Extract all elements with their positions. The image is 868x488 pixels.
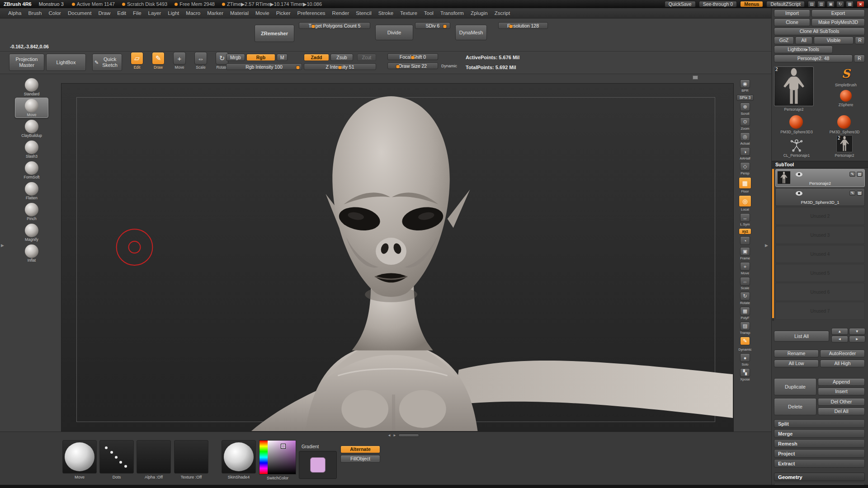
persp-button[interactable]: ◇ Persp bbox=[740, 162, 750, 175]
menu-file[interactable]: File bbox=[133, 10, 142, 16]
transparency-button[interactable]: ▨ Transp bbox=[740, 322, 750, 335]
menu-macro[interactable]: Macro bbox=[186, 10, 200, 16]
panel-divider-arrow[interactable]: ▶ bbox=[1, 243, 4, 248]
refresh-icon[interactable]: ↻ bbox=[836, 1, 844, 7]
projection-master-button[interactable]: Projection Master bbox=[9, 54, 44, 71]
subtool-up-button[interactable]: ▲ bbox=[831, 328, 848, 335]
scroll-left-icon[interactable]: ◄ bbox=[387, 433, 391, 437]
lightbox-tools-button[interactable]: Lightbox▸Tools bbox=[774, 46, 833, 53]
section-geometry[interactable]: Geometry bbox=[774, 473, 865, 481]
goz-button[interactable]: GoZ bbox=[774, 37, 794, 44]
duplicate-button[interactable]: Duplicate bbox=[774, 378, 816, 395]
del-other-button[interactable]: Del Other bbox=[818, 398, 865, 406]
aahalf-button[interactable]: ◑ AAHalf bbox=[740, 147, 750, 160]
delete-button[interactable]: Delete bbox=[774, 398, 816, 415]
recent-tool-sphere-icon[interactable] bbox=[837, 115, 851, 129]
canvas-scrollbar-nub[interactable] bbox=[693, 75, 698, 80]
make-polymesh3d-button[interactable]: Make PolyMesh3D bbox=[811, 19, 865, 26]
subtool-slot-unused-7[interactable]: Unused 7 bbox=[775, 302, 865, 320]
menu-stencil[interactable]: Stencil bbox=[356, 10, 372, 16]
menu-layer[interactable]: Layer bbox=[148, 10, 161, 16]
lsym-button[interactable]: ↔ L.Sym bbox=[740, 213, 750, 226]
menu-movie[interactable]: Movie bbox=[255, 10, 269, 16]
clone-all-subtools-button[interactable]: Clone All SubTools bbox=[774, 28, 865, 35]
scale3d-button[interactable]: ⇔ Scale bbox=[740, 277, 750, 290]
color-selector[interactable] bbox=[281, 444, 285, 448]
goz-all-button[interactable]: All bbox=[795, 37, 812, 44]
paintbrush-icon[interactable]: ✎ bbox=[849, 191, 855, 196]
saturation-value-area[interactable] bbox=[268, 441, 296, 474]
active-tool-thumbnail[interactable]: 2 bbox=[774, 66, 814, 106]
polypaint-brush-button[interactable]: ✎ bbox=[740, 337, 750, 346]
visibility-eye-icon[interactable] bbox=[796, 172, 802, 177]
menu-alpha[interactable]: Alpha bbox=[8, 10, 21, 16]
subtool-slot-unused-3[interactable]: Unused 3 bbox=[775, 226, 865, 244]
rotation-axis-icon[interactable]: ◔ bbox=[740, 236, 750, 245]
import-button[interactable]: Import bbox=[774, 9, 810, 17]
recent-tool-sphere-icon[interactable] bbox=[789, 115, 803, 129]
r-button[interactable]: R bbox=[855, 37, 865, 44]
secondary-color-panel[interactable] bbox=[299, 451, 337, 479]
slider-knob[interactable] bbox=[396, 65, 400, 68]
current-brush-thumb[interactable]: Move bbox=[62, 440, 97, 479]
zoom-button[interactable]: ⊙ Zoom bbox=[740, 117, 750, 131]
restore-button[interactable]: R bbox=[854, 55, 865, 62]
rgb-intensity-slider[interactable]: Rgb Intensity 100 bbox=[226, 63, 302, 70]
subtool-section-header[interactable]: SubTool bbox=[772, 161, 868, 168]
draw-size-slider[interactable]: Draw Size 22 bbox=[387, 62, 438, 69]
menu-brush[interactable]: Brush bbox=[28, 10, 42, 16]
dynamesh-button[interactable]: DynaMesh bbox=[455, 25, 487, 40]
zsub-button[interactable]: Zsub bbox=[330, 54, 353, 61]
section-project[interactable]: Project bbox=[774, 449, 865, 458]
menu-document[interactable]: Document bbox=[68, 10, 91, 16]
fill-icon[interactable]: ▧ bbox=[857, 191, 863, 196]
subtool-prev-button[interactable]: ◄ bbox=[831, 336, 848, 343]
subtool-next-button[interactable]: ► bbox=[849, 336, 866, 343]
lightbox-button[interactable]: LightBox bbox=[46, 54, 86, 71]
solo-button[interactable]: ● Solo bbox=[740, 353, 750, 366]
menu-zplugin[interactable]: Zplugin bbox=[471, 10, 488, 16]
canvas-scrollbar[interactable]: ◄ ► bbox=[387, 433, 419, 437]
menu-picker[interactable]: Picker bbox=[276, 10, 291, 16]
dynamic-mode-toggle[interactable]: Dynamic bbox=[441, 64, 457, 68]
switch-color-label[interactable]: SwitchColor bbox=[259, 476, 296, 480]
brush-item-move[interactable]: Move bbox=[15, 98, 48, 118]
subtool-slot-unused-5[interactable]: Unused 5 bbox=[775, 264, 865, 282]
goz-visible-button[interactable]: Visible bbox=[814, 37, 854, 44]
floor-button[interactable]: ▦ Floor bbox=[739, 177, 751, 193]
slider-knob[interactable] bbox=[443, 25, 446, 28]
resolution-slider[interactable]: Resolution 128 bbox=[498, 22, 548, 29]
active-tool-button[interactable]: Personaje2. 48 bbox=[774, 55, 853, 62]
section-merge[interactable]: Merge bbox=[774, 429, 865, 438]
export-button[interactable]: Export bbox=[811, 9, 865, 17]
zadd-button[interactable]: Zadd bbox=[304, 54, 329, 61]
subtool-slot-unused-6[interactable]: Unused 6 bbox=[775, 283, 865, 301]
m-button[interactable]: M bbox=[277, 54, 288, 61]
sculpt-model-alien[interactable] bbox=[61, 84, 733, 431]
zsphere-rig-icon[interactable] bbox=[788, 135, 805, 152]
draw-button[interactable]: ✎ Draw bbox=[150, 52, 167, 70]
brush-item-magnify[interactable]: Magnify bbox=[15, 222, 48, 243]
zcut-button[interactable]: Zcut bbox=[357, 54, 376, 61]
target-polygons-slider[interactable]: Target Polygons Count 5 bbox=[299, 22, 370, 29]
scrollbar-handle[interactable] bbox=[398, 434, 419, 437]
rotate3d-button[interactable]: ↻ Rotate bbox=[740, 292, 750, 305]
menu-light[interactable]: Light bbox=[168, 10, 179, 16]
clone-button[interactable]: Clone bbox=[774, 19, 810, 26]
bpr-button[interactable]: ◉ BPR bbox=[740, 80, 750, 93]
rgb-button[interactable]: Rgb bbox=[246, 54, 275, 61]
section-extract[interactable]: Extract bbox=[774, 459, 865, 468]
move3d-button[interactable]: + Move bbox=[740, 262, 750, 275]
quicksave-button[interactable]: QuickSave bbox=[665, 1, 696, 7]
section-remesh[interactable]: Remesh bbox=[774, 439, 865, 448]
actual-button[interactable]: ◎ Actual bbox=[740, 132, 750, 145]
del-all-button[interactable]: Del All bbox=[818, 408, 865, 415]
z-intensity-slider[interactable]: Z Intensity 51 bbox=[304, 63, 376, 70]
scroll-button[interactable]: ⊕ Scroll bbox=[740, 103, 750, 116]
simplebrush-icon[interactable]: S bbox=[826, 66, 865, 81]
viewport-canvas[interactable] bbox=[61, 83, 734, 432]
menu-draw[interactable]: Draw bbox=[98, 10, 110, 16]
color-picker[interactable]: SwitchColor bbox=[259, 440, 296, 480]
subtool-down-button[interactable]: ▼ bbox=[849, 328, 866, 335]
window-icon[interactable]: ▣ bbox=[827, 1, 835, 7]
